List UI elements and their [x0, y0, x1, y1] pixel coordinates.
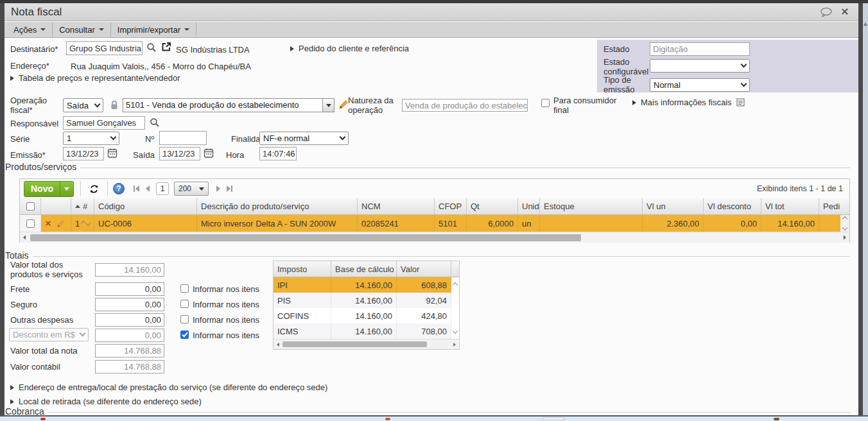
- chevron-down-icon: [80, 331, 86, 337]
- table-row[interactable]: PIS 14.160,00 92,04: [273, 293, 459, 308]
- select-all-checkbox[interactable]: [26, 202, 35, 210]
- operacao-cfop-combobox[interactable]: 5101 - Venda de produção do estabelecime…: [123, 98, 334, 112]
- seguro-informar-checkbox[interactable]: [180, 300, 189, 308]
- impostos-vscroll-down[interactable]: [451, 323, 459, 339]
- col-estoque[interactable]: Estoque: [540, 198, 643, 215]
- scroll-left-icon[interactable]: [277, 343, 279, 347]
- table-row[interactable]: 1 UC-0006 Micro inversor Delta A - SUN 2…: [20, 215, 849, 232]
- table-row[interactable]: ICMS 14.160,00 708,00: [273, 323, 459, 339]
- row-num: 1: [75, 219, 80, 228]
- pager-next-button[interactable]: [216, 183, 220, 194]
- pager-prev-button[interactable]: [146, 183, 150, 194]
- row-checkbox[interactable]: [26, 219, 35, 228]
- scroll-right-icon[interactable]: [844, 236, 846, 240]
- impostos-col-imposto[interactable]: Imposto: [273, 261, 331, 277]
- search-icon[interactable]: [150, 117, 160, 128]
- edit-pencil-icon[interactable]: [338, 98, 349, 110]
- calendar-icon[interactable]: [204, 148, 214, 159]
- novo-button[interactable]: Novo: [24, 181, 74, 197]
- natureza-operacao-input[interactable]: Venda de produção do estabelecime: [402, 99, 528, 112]
- external-link-icon[interactable]: [161, 41, 172, 53]
- grid-hscrollbar[interactable]: [20, 232, 849, 243]
- seguro-input[interactable]: 0,00: [95, 298, 164, 311]
- pager-size-select[interactable]: 200: [174, 182, 209, 196]
- consumidor-final-checkbox[interactable]: [541, 99, 550, 107]
- num-header-cell[interactable]: #: [71, 198, 94, 215]
- expander-pedido-cliente[interactable]: Pedido do cliente e referência: [290, 44, 409, 53]
- col-descricao[interactable]: Descrição do produto/serviço: [197, 198, 358, 215]
- novo-dropdown-button[interactable]: [60, 182, 73, 196]
- responsavel-label: Responsável: [10, 119, 58, 129]
- col-vl-un[interactable]: Vl un: [643, 198, 704, 215]
- responsavel-input[interactable]: Samuel Gonçalves: [63, 116, 145, 130]
- row-vl-desconto: 0,00: [704, 215, 761, 232]
- hora-input[interactable]: 14:07:46: [259, 147, 297, 160]
- col-ncm[interactable]: NCM: [358, 198, 435, 215]
- expander-mais-informacoes[interactable]: Mais informações fiscais: [632, 98, 745, 107]
- saida-date-input[interactable]: 13/12/23: [159, 147, 200, 160]
- impostos-vscroll-up[interactable]: [451, 277, 459, 293]
- expander-tabela-precos[interactable]: Tabela de preços e representante/vendedo…: [10, 73, 180, 83]
- row-unid: un: [518, 215, 540, 232]
- outras-despesas-input[interactable]: 0,00: [95, 313, 164, 327]
- col-qt[interactable]: Qt: [467, 198, 518, 215]
- help-icon[interactable]: ?: [113, 183, 125, 194]
- grid-vscrollbar[interactable]: [840, 215, 849, 232]
- consumidor-final-field[interactable]: Para consumidor final: [541, 96, 618, 116]
- col-vl-desconto[interactable]: Vl desconto: [704, 198, 761, 215]
- menu-imprimir-exportar[interactable]: Imprimir/exportar: [111, 22, 196, 37]
- desconto-informar-checkbox[interactable]: [180, 331, 189, 339]
- menu-acoes[interactable]: Ações: [7, 22, 52, 37]
- scroll-right-icon[interactable]: [453, 343, 456, 347]
- frete-input[interactable]: 0,00: [95, 282, 164, 296]
- tipo-emissao-select[interactable]: Normal: [650, 78, 750, 92]
- scroll-thumb[interactable]: [282, 341, 427, 347]
- col-codigo[interactable]: Código: [94, 198, 197, 215]
- table-row[interactable]: COFINS 14.160,00 424,80: [273, 308, 459, 323]
- pager-first-button[interactable]: [134, 185, 139, 192]
- col-unid[interactable]: Unid: [518, 198, 540, 215]
- table-row[interactable]: IPI 14.160,00 608,88: [273, 277, 459, 293]
- window-left-border: [0, 3, 4, 421]
- menu-consultar[interactable]: Consultar: [53, 22, 110, 37]
- impostos-hscrollbar[interactable]: [273, 339, 459, 349]
- close-icon[interactable]: [842, 8, 849, 16]
- col-vl-tot[interactable]: Vl tot: [761, 198, 819, 215]
- delete-row-icon[interactable]: [46, 221, 51, 226]
- calendar-icon[interactable]: [107, 148, 117, 159]
- triangle-left-icon: [146, 185, 150, 192]
- search-icon[interactable]: [146, 42, 157, 53]
- scroll-up-icon[interactable]: [842, 216, 847, 221]
- triangle-right-icon: [227, 185, 230, 192]
- combo-dropdown-button[interactable]: [322, 99, 334, 112]
- expander-endereco-entrega[interactable]: Endereço de entrega/local de prestação d…: [10, 382, 327, 392]
- estado-configuravel-select[interactable]: [650, 59, 750, 73]
- outras-despesas-informar-checkbox[interactable]: [180, 315, 189, 323]
- pager-last-button[interactable]: [227, 185, 232, 192]
- emissao-input[interactable]: 13/12/23: [63, 147, 104, 160]
- edit-row-icon[interactable]: [56, 219, 65, 228]
- chat-bubble-icon[interactable]: [820, 7, 833, 17]
- operacao-tipo-select[interactable]: Saída: [63, 98, 103, 112]
- impostos-col-base[interactable]: Base de cálculo: [331, 261, 397, 277]
- finalidade-select[interactable]: NF-e normal: [259, 132, 349, 145]
- expander-local-retirada[interactable]: Local de retirada (se diferente do ender…: [10, 397, 202, 406]
- col-pedido[interactable]: Pedi: [819, 198, 840, 215]
- col-cfop[interactable]: CFOP: [435, 198, 467, 215]
- destinatario-input[interactable]: Grupo SG Industria: [66, 41, 143, 55]
- scroll-left-icon[interactable]: [23, 236, 26, 240]
- serie-select[interactable]: 1: [63, 132, 119, 145]
- refresh-icon[interactable]: [89, 184, 100, 194]
- serie-value: 1: [67, 133, 71, 143]
- scroll-thumb[interactable]: [30, 234, 581, 241]
- impostos-col-valor[interactable]: Valor: [397, 261, 451, 277]
- pager-page-input[interactable]: 1: [156, 182, 169, 195]
- scroll-up-icon[interactable]: [864, 22, 867, 26]
- browser-scrollbar[interactable]: [863, 3, 868, 421]
- frete-informar-checkbox[interactable]: [180, 284, 189, 293]
- move-down-icon[interactable]: [86, 221, 91, 226]
- totais-fieldset-header: Totais: [5, 250, 850, 261]
- scroll-down-icon[interactable]: [842, 225, 847, 230]
- numero-input[interactable]: [159, 131, 207, 145]
- row-descricao: Micro inversor Delta A - SUN 2000W: [197, 215, 358, 232]
